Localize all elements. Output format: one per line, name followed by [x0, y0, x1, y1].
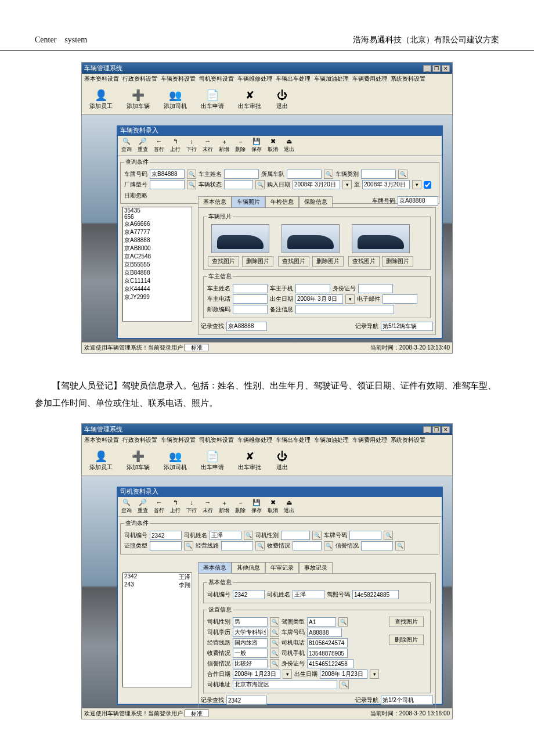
tab[interactable]: 车辆照片	[232, 196, 265, 207]
gender-lookup-icon[interactable]: 🔍	[312, 531, 322, 540]
panel-toolbar-button[interactable]: ⏏退出	[282, 498, 296, 515]
menu-item[interactable]: 系统资料设置	[391, 436, 425, 444]
toolbar-button[interactable]: 👤添加员工	[85, 448, 117, 473]
menu-item[interactable]: 行政资料设置	[122, 436, 157, 444]
menu-item[interactable]: 车辆费用处理	[352, 436, 387, 444]
panel-toolbar-button[interactable]: ←首行	[152, 498, 166, 515]
tab[interactable]: 年审记录	[265, 562, 299, 573]
s-credit-lookup-icon[interactable]: 🔍	[270, 659, 279, 668]
owner-input[interactable]	[224, 170, 259, 179]
s-lictype-input[interactable]	[307, 617, 336, 627]
panel-toolbar-button[interactable]: ⏏退出	[282, 137, 296, 154]
toolbar-button[interactable]: ⏻退出	[271, 87, 293, 112]
gender-input[interactable]	[281, 531, 310, 540]
factory-lookup-icon[interactable]: 🔍	[187, 180, 196, 189]
menu-item[interactable]: 司机资料设置	[199, 75, 234, 83]
owner-mobile-input[interactable]	[295, 284, 330, 293]
panel-toolbar-button[interactable]: 🔎重查	[136, 137, 150, 154]
drivername-input[interactable]	[210, 531, 241, 540]
s-birth-input[interactable]	[320, 669, 367, 679]
find-photo-1-button[interactable]: 查找图片	[208, 256, 239, 267]
credit-input[interactable]	[361, 541, 393, 550]
owner-tel-input[interactable]	[233, 294, 268, 304]
factory-input[interactable]	[150, 180, 185, 189]
basic-name-input[interactable]	[293, 590, 324, 599]
menu-item[interactable]: 司机资料设置	[199, 436, 234, 444]
panel-toolbar-button[interactable]: ↓下行	[185, 137, 199, 154]
list-item[interactable]: 656	[123, 214, 192, 220]
menu-item[interactable]: 车辆费用处理	[352, 75, 387, 83]
tab[interactable]: 保险信息	[299, 196, 333, 207]
charge-input[interactable]	[293, 541, 322, 550]
toolbar-button[interactable]: 👤添加员工	[85, 87, 117, 112]
driver-del-photo-button[interactable]: 删除图片	[389, 635, 424, 645]
panel-toolbar-button[interactable]: 🔎重查	[136, 498, 150, 515]
date-from-dropdown-icon[interactable]: ▾	[342, 180, 352, 189]
panel-toolbar-button[interactable]: －删除	[233, 498, 247, 515]
s-mobile-input[interactable]	[307, 649, 348, 658]
toolbar-button[interactable]: ➕添加车辆	[122, 448, 154, 473]
s-addr-lookup-icon[interactable]: 🔍	[340, 680, 349, 689]
menu-item[interactable]: 基本资料设置	[84, 436, 119, 444]
list-item[interactable]: 京A88888	[123, 236, 192, 244]
panel-toolbar-button[interactable]: 🔍查询	[120, 498, 134, 515]
owner-birth-input[interactable]	[295, 294, 343, 304]
charge-lookup-icon[interactable]: 🔍	[324, 541, 333, 550]
credit-lookup-icon[interactable]: 🔍	[395, 541, 405, 550]
basic-lic-input[interactable]	[352, 590, 399, 599]
list-item[interactable]: 京B55555	[123, 261, 192, 269]
s-route-lookup-icon[interactable]: 🔍	[270, 638, 279, 647]
s-addr-input[interactable]	[233, 680, 337, 689]
close-button[interactable]: ✕	[442, 65, 450, 72]
tab[interactable]: 其他信息	[232, 562, 265, 573]
del-photo-1-button[interactable]: 删除图片	[242, 256, 273, 267]
close-button-2[interactable]: ✕	[442, 426, 450, 433]
list-item[interactable]: 243李翔	[123, 581, 192, 589]
plate-lookup-icon[interactable]: 🔍	[187, 170, 196, 179]
menu-item[interactable]: 车辆维修处理	[237, 436, 272, 444]
menu-item[interactable]: 车辆加油处理	[314, 75, 349, 83]
driverno-input[interactable]	[150, 531, 182, 540]
list-item[interactable]: 京B84888	[123, 269, 192, 277]
list-item[interactable]: 2342王泽	[123, 573, 192, 581]
panel-toolbar-button[interactable]: 💾保存	[250, 137, 264, 154]
list-item[interactable]: 35435	[123, 207, 192, 214]
basic-id-input[interactable]	[233, 590, 265, 599]
vtype-input[interactable]	[361, 170, 396, 179]
menu-item[interactable]: 车辆加油处理	[314, 436, 349, 444]
toolbar-button[interactable]: ✘出车审批	[234, 87, 265, 112]
record-nav-input-2[interactable]	[381, 696, 433, 705]
driver-list[interactable]: 2342王泽243李翔	[122, 573, 192, 687]
plate2-input[interactable]	[349, 531, 381, 540]
menu-item[interactable]: 基本资料设置	[84, 75, 119, 83]
toolbar-button[interactable]: 👥添加司机	[160, 448, 191, 473]
s-plate-input[interactable]	[307, 628, 342, 637]
owner-remark-input[interactable]	[295, 305, 394, 314]
maximize-button-2[interactable]: ❐	[432, 426, 441, 433]
owner-email-input[interactable]	[383, 294, 417, 304]
s-joindate-dropdown-icon[interactable]: ▾	[283, 669, 292, 679]
list-item[interactable]: 京A66666	[123, 220, 192, 228]
tab[interactable]: 基本信息	[198, 196, 232, 207]
toolbar-button[interactable]: ⏻退出	[271, 448, 293, 473]
status-lookup-icon[interactable]: 🔍	[255, 180, 265, 189]
route-lookup-icon[interactable]: 🔍	[255, 541, 265, 550]
tab[interactable]: 基本信息	[198, 562, 232, 573]
panel-toolbar-button[interactable]: →末行	[201, 137, 215, 154]
minimize-button-2[interactable]: _	[423, 426, 431, 433]
status-input[interactable]	[224, 180, 253, 189]
menu-item[interactable]: 车辆维修处理	[237, 75, 272, 83]
toolbar-button[interactable]: ➕添加车辆	[122, 87, 154, 112]
menu-item[interactable]: 车辆资料设置	[161, 436, 196, 444]
s-route-input[interactable]	[233, 638, 268, 647]
tab[interactable]: 年检信息	[265, 196, 299, 207]
plate-list[interactable]: 35435656京A66666京A77777京A88888京AB8000京AC2…	[122, 207, 192, 322]
panel-toolbar-button[interactable]: 🔍查询	[120, 137, 134, 154]
toolbar-button[interactable]: 📄出车申请	[197, 448, 228, 473]
s-edu-lookup-icon[interactable]: 🔍	[270, 628, 279, 637]
menu-item[interactable]: 系统资料设置	[391, 75, 425, 83]
panel-toolbar-button[interactable]: ↰上行	[168, 137, 182, 154]
owner-id-input[interactable]	[358, 284, 393, 293]
date-to-dropdown-icon[interactable]: ▾	[412, 180, 421, 189]
ignore-date-checkbox[interactable]	[424, 181, 431, 189]
